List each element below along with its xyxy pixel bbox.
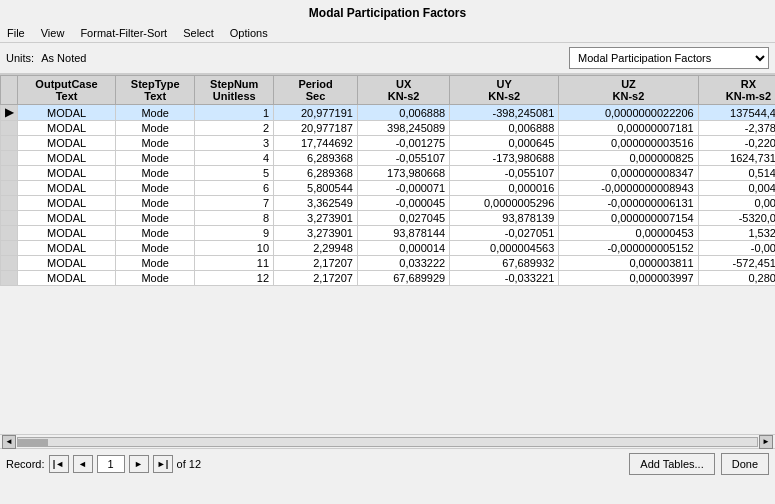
col-output-case: OutputCaseText bbox=[18, 76, 116, 105]
col-uy: UYKN-s2 bbox=[450, 76, 559, 105]
done-button[interactable]: Done bbox=[721, 453, 769, 475]
units-label: Units: bbox=[6, 52, 34, 64]
hscroll-thumb[interactable] bbox=[18, 439, 48, 447]
units-bar: Units: As Noted Modal Participation Fact… bbox=[0, 43, 775, 74]
units-value: As Noted bbox=[41, 52, 86, 64]
table-row: MODALMode102,299480,0000140,000004563-0,… bbox=[1, 241, 776, 256]
col-ux: UXKN-s2 bbox=[357, 76, 449, 105]
hscroll-track[interactable] bbox=[17, 437, 758, 447]
bottom-right-buttons: Add Tables... Done bbox=[629, 453, 769, 475]
nav-first-btn[interactable]: |◄ bbox=[49, 455, 69, 473]
scroll-left-btn[interactable]: ◄ bbox=[2, 435, 16, 449]
nav-last-btn[interactable]: ►| bbox=[153, 455, 173, 473]
table-body: ▶MODALMode120,9771910,006888-398,2450810… bbox=[1, 105, 776, 286]
bottom-bar: Record: |◄ ◄ ► ►| of 12 Add Tables... Do… bbox=[0, 448, 775, 478]
table-row: MODALMode317,744692-0,0012750,0006450,00… bbox=[1, 136, 776, 151]
window-title: Modal Participation Factors bbox=[0, 0, 775, 24]
table-row: MODALMode73,362549-0,0000450,0000005296-… bbox=[1, 196, 776, 211]
nav-next-btn[interactable]: ► bbox=[129, 455, 149, 473]
col-period: PeriodSec bbox=[274, 76, 358, 105]
menu-options[interactable]: Options bbox=[227, 26, 271, 40]
table-row: MODALMode112,172070,03322267,6899320,000… bbox=[1, 256, 776, 271]
record-nav: Record: |◄ ◄ ► ►| of 12 bbox=[6, 455, 201, 473]
dropdown-container: Modal Participation Factors bbox=[569, 47, 769, 69]
scroll-right-btn[interactable]: ► bbox=[759, 435, 773, 449]
table-row: MODALMode83,2739010,02704593,8781390,000… bbox=[1, 211, 776, 226]
total-records: of 12 bbox=[177, 458, 201, 470]
table-container[interactable]: OutputCaseText StepTypeText StepNumUnitl… bbox=[0, 74, 775, 434]
menu-select[interactable]: Select bbox=[180, 26, 217, 40]
add-tables-button[interactable]: Add Tables... bbox=[629, 453, 714, 475]
table-row: MODALMode56,289368173,980668-0,0551070,0… bbox=[1, 166, 776, 181]
menu-file[interactable]: File bbox=[4, 26, 28, 40]
menu-format-filter-sort[interactable]: Format-Filter-Sort bbox=[77, 26, 170, 40]
record-label: Record: bbox=[6, 458, 45, 470]
nav-prev-btn[interactable]: ◄ bbox=[73, 455, 93, 473]
col-indicator bbox=[1, 76, 18, 105]
table-row: MODALMode220,977187398,2450890,0068880,0… bbox=[1, 121, 776, 136]
table-row: MODALMode122,1720767,689929-0,0332210,00… bbox=[1, 271, 776, 286]
col-step-num: StepNumUnitless bbox=[195, 76, 274, 105]
scrollbar-area: ◄ ► bbox=[0, 434, 775, 448]
table-header-row: OutputCaseText StepTypeText StepNumUnitl… bbox=[1, 76, 776, 105]
data-table: OutputCaseText StepTypeText StepNumUnitl… bbox=[0, 75, 775, 286]
menu-view[interactable]: View bbox=[38, 26, 68, 40]
table-row: ▶MODALMode120,9771910,006888-398,2450810… bbox=[1, 105, 776, 121]
col-rx: RXKN-m-s2 bbox=[698, 76, 775, 105]
col-step-type: StepTypeText bbox=[116, 76, 195, 105]
table-area: OutputCaseText StepTypeText StepNumUnitl… bbox=[0, 74, 775, 434]
col-uz: UZKN-s2 bbox=[559, 76, 698, 105]
table-row: MODALMode65,800544-0,0000710,000016-0,00… bbox=[1, 181, 776, 196]
units-info: Units: As Noted bbox=[6, 52, 86, 64]
table-dropdown[interactable]: Modal Participation Factors bbox=[569, 47, 769, 69]
record-input[interactable] bbox=[97, 455, 125, 473]
menu-bar: File View Format-Filter-Sort Select Opti… bbox=[0, 24, 775, 43]
table-row: MODALMode93,27390193,878144-0,0270510,00… bbox=[1, 226, 776, 241]
table-row: MODALMode46,289368-0,055107-173,9806880,… bbox=[1, 151, 776, 166]
